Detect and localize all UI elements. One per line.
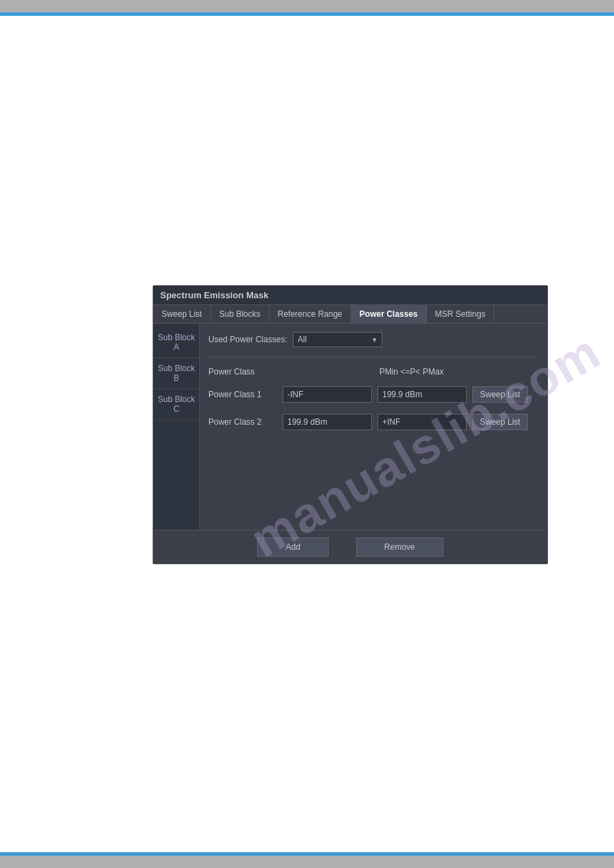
sidebar-item-sub-block-b[interactable]: Sub Block B xyxy=(153,358,199,389)
tab-msr-settings[interactable]: MSR Settings xyxy=(427,305,494,323)
remove-button[interactable]: Remove xyxy=(356,537,443,557)
power-class-1-sweep-btn[interactable]: Sweep List xyxy=(472,386,528,403)
top-bar xyxy=(0,0,614,12)
power-class-2-sweep-btn[interactable]: Sweep List xyxy=(472,414,528,430)
tab-bar: Sweep List Sub Blocks Reference Range Po… xyxy=(153,305,547,324)
sidebar-item-sub-block-a[interactable]: Sub Block A xyxy=(153,327,199,358)
tab-sweep-list[interactable]: Sweep List xyxy=(153,305,211,323)
power-class-2-row: Power Class 2 Sweep List xyxy=(208,414,539,430)
used-power-classes-label: Used Power Classes: xyxy=(208,335,287,344)
power-class-2-label: Power Class 2 xyxy=(208,417,277,427)
tab-power-classes[interactable]: Power Classes xyxy=(351,305,427,323)
sidebar-item-sub-block-c[interactable]: Sub Block C xyxy=(153,389,199,420)
power-class-2-pmax-input[interactable] xyxy=(377,414,467,430)
dialog-title: Spectrum Emission Mask xyxy=(160,290,269,300)
tab-reference-range[interactable]: Reference Range xyxy=(270,305,351,323)
bottom-buttons: Add Remove xyxy=(153,530,547,564)
spectrum-emission-mask-dialog: Spectrum Emission Mask Sweep List Sub Bl… xyxy=(153,285,548,564)
power-class-1-pmax-input[interactable] xyxy=(377,386,467,403)
table-header: Power Class PMin <=P< PMax xyxy=(208,367,539,377)
divider-1 xyxy=(208,357,539,357)
tab-sub-blocks[interactable]: Sub Blocks xyxy=(211,305,270,323)
main-content: Used Power Classes: All Class 1 Class 2 … xyxy=(200,324,547,530)
dialog-body: Sub Block A Sub Block B Sub Block C Used… xyxy=(153,324,547,530)
top-blue-line xyxy=(0,12,614,16)
power-class-1-pmin-input[interactable] xyxy=(283,386,372,403)
bottom-blue-line xyxy=(0,852,614,856)
power-class-2-pmin-input[interactable] xyxy=(283,414,372,430)
power-class-1-row: Power Class 1 Sweep List xyxy=(208,386,539,403)
used-power-classes-select[interactable]: All Class 1 Class 2 Class 3 xyxy=(293,332,382,347)
dialog-titlebar: Spectrum Emission Mask xyxy=(153,286,547,305)
left-sidebar: Sub Block A Sub Block B Sub Block C xyxy=(153,324,200,530)
power-class-1-label: Power Class 1 xyxy=(208,390,277,399)
add-button[interactable]: Add xyxy=(257,537,328,557)
bottom-bar xyxy=(0,856,614,868)
used-power-classes-select-wrapper: All Class 1 Class 2 Class 3 xyxy=(293,332,382,347)
th-power-class: Power Class xyxy=(208,367,284,377)
th-pmin-pmax: PMin <=P< PMax xyxy=(284,367,539,377)
used-power-classes-row: Used Power Classes: All Class 1 Class 2 … xyxy=(208,332,539,347)
